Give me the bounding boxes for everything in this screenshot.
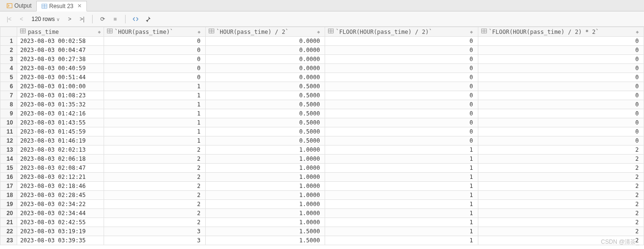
cell-floorx2[interactable]: 2 (478, 209, 644, 218)
cell-floorx2[interactable]: 2 (478, 155, 644, 164)
cell-hour[interactable]: 2 (104, 182, 206, 191)
cell-floor[interactable]: 1 (325, 173, 478, 182)
row-number[interactable]: 14 (0, 155, 17, 164)
row-number[interactable]: 10 (0, 118, 17, 127)
cell-pass_time[interactable]: 2023-08-03 01:46:19 (17, 136, 104, 145)
cell-floor[interactable]: 1 (325, 236, 478, 245)
cell-hour[interactable]: 0 (104, 64, 206, 73)
cell-pass_time[interactable]: 2023-08-03 03:39:35 (17, 236, 104, 245)
close-icon[interactable]: ✕ (77, 3, 82, 9)
sort-icon[interactable]: ◆ (198, 29, 201, 34)
cell-floor[interactable]: 1 (325, 191, 478, 200)
cell-floor[interactable]: 1 (325, 227, 478, 236)
table-row[interactable]: 112023-08-03 01:45:5910.500000 (0, 127, 644, 136)
table-row[interactable]: 182023-08-03 02:28:4521.000012 (0, 191, 644, 200)
cell-pass_time[interactable]: 2023-08-03 00:27:38 (17, 55, 104, 64)
cell-floorx2[interactable]: 0 (478, 55, 644, 64)
cell-pass_time[interactable]: 2023-08-03 00:40:59 (17, 64, 104, 73)
cell-hour[interactable]: 2 (104, 191, 206, 200)
cell-floorx2[interactable]: 0 (478, 91, 644, 100)
table-row[interactable]: 32023-08-03 00:27:3800.000000 (0, 55, 644, 64)
cell-floorx2[interactable]: 0 (478, 109, 644, 118)
cell-floorx2[interactable]: 0 (478, 64, 644, 73)
table-row[interactable]: 192023-08-03 02:34:2221.000012 (0, 200, 644, 209)
result-grid[interactable]: pass_time◆`HOUR(pass_time)`◆`HOUR(pass_t… (0, 27, 644, 249)
table-row[interactable]: 172023-08-03 02:18:4621.000012 (0, 182, 644, 191)
nav-first-button[interactable]: |< (5, 15, 13, 23)
cell-floor[interactable]: 0 (325, 109, 478, 118)
refresh-button[interactable]: ⟳ (98, 15, 107, 23)
row-number[interactable]: 20 (0, 209, 17, 218)
pin-button[interactable] (144, 15, 152, 23)
cell-floorx2[interactable]: 0 (478, 82, 644, 91)
row-number[interactable]: 2 (0, 46, 17, 55)
tab-result[interactable]: Result 23 ✕ (36, 1, 87, 11)
row-number[interactable]: 7 (0, 91, 17, 100)
cell-hour2[interactable]: 0.0000 (206, 46, 325, 55)
cell-floor[interactable]: 0 (325, 100, 478, 109)
cell-hour2[interactable]: 0.5000 (206, 127, 325, 136)
cell-floorx2[interactable]: 0 (478, 100, 644, 109)
cell-hour[interactable]: 0 (104, 46, 206, 55)
cell-hour2[interactable]: 1.0000 (206, 200, 325, 209)
cell-pass_time[interactable]: 2023-08-03 01:45:59 (17, 127, 104, 136)
cell-hour[interactable]: 2 (104, 200, 206, 209)
cell-hour[interactable]: 0 (104, 37, 206, 46)
row-number[interactable]: 16 (0, 173, 17, 182)
cell-floor[interactable]: 0 (325, 73, 478, 82)
cell-hour[interactable]: 1 (104, 136, 206, 145)
cell-hour[interactable]: 1 (104, 100, 206, 109)
expand-button[interactable] (131, 15, 140, 23)
cell-floor[interactable]: 1 (325, 164, 478, 173)
cell-hour2[interactable]: 1.0000 (206, 155, 325, 164)
row-number[interactable]: 18 (0, 191, 17, 200)
table-row[interactable]: 142023-08-03 02:06:1821.000012 (0, 155, 644, 164)
cell-floor[interactable]: 0 (325, 37, 478, 46)
nav-prev-button[interactable]: < (17, 15, 26, 23)
cell-hour2[interactable]: 0.0000 (206, 73, 325, 82)
table-row[interactable]: 12023-08-03 00:02:5800.000000 (0, 37, 644, 46)
rownum-header[interactable] (0, 27, 17, 37)
cell-hour2[interactable]: 0.5000 (206, 100, 325, 109)
row-number[interactable]: 1 (0, 37, 17, 46)
table-row[interactable]: 92023-08-03 01:42:1610.500000 (0, 109, 644, 118)
row-number[interactable]: 15 (0, 164, 17, 173)
cell-floorx2[interactable]: 0 (478, 136, 644, 145)
table-row[interactable]: 72023-08-03 01:08:2310.500000 (0, 91, 644, 100)
cell-floorx2[interactable]: 0 (478, 73, 644, 82)
cell-hour2[interactable]: 1.5000 (206, 236, 325, 245)
cell-pass_time[interactable]: 2023-08-03 02:34:22 (17, 200, 104, 209)
sort-icon[interactable]: ◆ (470, 29, 473, 34)
row-number[interactable]: 22 (0, 227, 17, 236)
table-row[interactable]: 122023-08-03 01:46:1910.500000 (0, 136, 644, 145)
table-row[interactable]: 162023-08-03 02:12:2121.000012 (0, 173, 644, 182)
row-number[interactable]: 23 (0, 236, 17, 245)
cell-floorx2[interactable]: 2 (478, 191, 644, 200)
cell-pass_time[interactable]: 2023-08-03 02:12:21 (17, 173, 104, 182)
row-number[interactable]: 8 (0, 100, 17, 109)
cell-hour[interactable]: 1 (104, 118, 206, 127)
cell-hour2[interactable]: 0.5000 (206, 118, 325, 127)
cell-hour2[interactable]: 1.0000 (206, 191, 325, 200)
cell-hour[interactable]: 0 (104, 55, 206, 64)
cell-hour[interactable]: 2 (104, 145, 206, 155)
cell-hour2[interactable]: 0.5000 (206, 82, 325, 91)
table-row[interactable]: 42023-08-03 00:40:5900.000000 (0, 64, 644, 73)
cell-hour2[interactable]: 0.0000 (206, 55, 325, 64)
row-number[interactable]: 9 (0, 109, 17, 118)
cell-floorx2[interactable]: 0 (478, 46, 644, 55)
cell-hour2[interactable]: 1.5000 (206, 227, 325, 236)
cell-pass_time[interactable]: 2023-08-03 00:04:47 (17, 46, 104, 55)
cell-floorx2[interactable]: 2 (478, 227, 644, 236)
cell-hour2[interactable]: 1.0000 (206, 173, 325, 182)
cell-floorx2[interactable]: 2 (478, 164, 644, 173)
cell-floorx2[interactable]: 2 (478, 236, 644, 245)
table-row[interactable]: 202023-08-03 02:34:4421.000012 (0, 209, 644, 218)
cell-hour[interactable]: 3 (104, 227, 206, 236)
column-header-hour[interactable]: `HOUR(pass_time)`◆ (104, 27, 206, 37)
cell-hour2[interactable]: 0.0000 (206, 64, 325, 73)
cell-pass_time[interactable]: 2023-08-03 01:08:23 (17, 91, 104, 100)
cell-hour2[interactable]: 1.0000 (206, 182, 325, 191)
cell-floor[interactable]: 1 (325, 209, 478, 218)
cell-floorx2[interactable]: 0 (478, 118, 644, 127)
